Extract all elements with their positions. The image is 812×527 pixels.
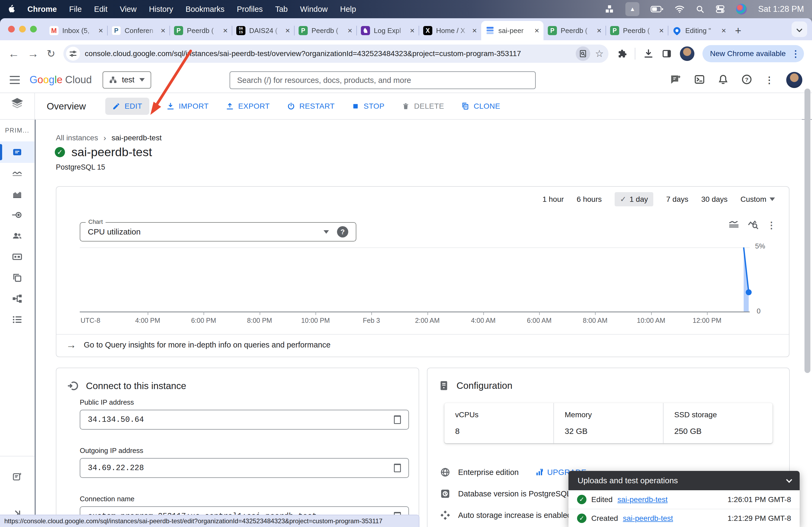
menu-chrome[interactable]: Chrome [27,5,57,14]
delete-button[interactable]: DELETE [402,102,444,110]
cloud-shell-icon[interactable] [694,74,705,86]
range-6-hours[interactable]: 6 hours [577,195,602,204]
scrollbar-thumb[interactable] [804,89,810,373]
stop-button[interactable]: STOP [352,102,385,110]
chart-metric-select[interactable]: Chart CPU utilization ? [80,222,356,241]
siri-icon[interactable] [736,4,747,15]
instance-link[interactable]: sai-peerdb-test [617,495,668,504]
notifications-bell-icon[interactable] [717,74,729,86]
menu-file[interactable]: File [69,5,82,14]
menu-edit[interactable]: Edit [94,5,107,14]
tab-close-icon[interactable]: × [161,26,165,35]
cloud-search-input[interactable]: Search (/) for resources, docs, products… [230,71,536,89]
help-icon[interactable]: ? [741,74,752,86]
back-button[interactable]: ← [8,47,19,60]
side-panel-icon[interactable] [662,48,672,59]
menu-tab[interactable]: Tab [275,5,288,14]
omnibox[interactable]: console.cloud.google.com/sql/instances/s… [63,45,609,63]
sidebar-item-release-notes[interactable] [0,466,34,487]
menu-history[interactable]: History [149,5,173,14]
battery-icon[interactable] [651,5,664,13]
menu-bar-clock[interactable]: Sat 1:28 PM [758,4,804,14]
google-cloud-logo[interactable]: Google Cloud [30,74,92,86]
breadcrumb-all-instances[interactable]: All instances [56,134,98,142]
public-ip-field[interactable]: 34.134.50.64 [80,410,409,430]
tab-close-icon[interactable]: × [98,26,103,35]
chevron-down-icon[interactable] [786,477,793,483]
account-avatar[interactable] [786,72,802,88]
close-window-button[interactable] [8,26,15,32]
browser-tab[interactable]: Inbox (5,× [45,21,107,40]
site-settings-icon[interactable] [66,47,80,61]
tab-close-icon[interactable]: × [534,26,539,35]
blocks-icon[interactable] [605,4,614,14]
browser-profile-avatar[interactable] [680,46,694,61]
project-picker[interactable]: test [103,71,151,89]
menu-help[interactable]: Help [340,5,356,14]
browser-tab[interactable]: Peerdb (× [294,21,357,40]
import-button[interactable]: IMPORT [166,102,209,110]
range-1-day[interactable]: ✓1 day [615,192,653,206]
browser-tab[interactable]: Peerdb (× [543,21,606,40]
sidebar-item-operations[interactable] [0,309,34,330]
menu-profiles[interactable]: Profiles [237,5,263,14]
browser-tab[interactable]: Conferen× [107,21,170,40]
control-center-icon[interactable] [715,4,725,14]
menu-bookmarks[interactable]: Bookmarks [186,5,224,14]
browser-tab[interactable]: Editing "× [668,21,730,40]
explore-metrics-icon[interactable] [748,219,759,231]
bookmark-star-icon[interactable]: ☆ [595,48,606,59]
browser-tab[interactable]: Log Expl× [357,21,419,40]
edit-button[interactable]: EDIT [105,98,149,115]
download-icon[interactable] [643,48,654,59]
browser-tab[interactable]: Home / X× [419,21,481,40]
navigation-menu-icon[interactable] [10,76,20,84]
sidebar-item-replicas[interactable] [0,288,34,310]
range-1-hour[interactable]: 1 hour [542,195,564,204]
tab-close-icon[interactable]: × [410,26,415,35]
sidebar-item-overview[interactable] [0,141,34,163]
wifi-icon[interactable] [675,5,684,13]
chart-type-icon[interactable] [728,219,740,231]
range-custom[interactable]: Custom [741,195,775,204]
browser-tab[interactable]: DAIS24 (× [232,21,294,40]
zoom-window-button[interactable] [30,26,37,32]
forward-button[interactable]: → [27,47,39,60]
minimize-window-button[interactable] [19,26,26,32]
tab-close-icon[interactable]: × [472,26,477,35]
browser-menu-icon[interactable]: ⋮ [791,48,800,59]
extensions-puzzle-icon[interactable] [617,48,627,59]
spotlight-icon[interactable] [696,5,704,13]
tab-close-icon[interactable]: × [721,26,726,35]
browser-tab[interactable]: sai-peer× [481,21,543,40]
clone-button[interactable]: CLONE [461,102,500,110]
range-7-days[interactable]: 7 days [666,195,688,204]
reload-button[interactable]: ↻ [47,48,55,60]
export-button[interactable]: EXPORT [226,102,270,110]
more-options-icon[interactable]: ⋮ [765,75,774,85]
sidebar-item-system-insights[interactable] [0,183,34,205]
sidebar-item-databases[interactable] [0,246,34,268]
tab-close-icon[interactable]: × [223,26,228,35]
update-chrome-button[interactable]: New Chrome available ⋮ [702,45,804,62]
tab-close-icon[interactable]: × [285,26,290,35]
menu-view[interactable]: View [120,5,136,14]
menu-window[interactable]: Window [300,5,328,14]
chart-help-icon[interactable]: ? [337,226,348,238]
url-text[interactable]: console.cloud.google.com/sql/instances/s… [85,49,571,58]
boxed-app-icon[interactable]: ▲ [625,2,639,16]
restart-button[interactable]: RESTART [287,102,335,110]
instance-link[interactable]: sai-peerdb-test [623,514,673,523]
tab-close-icon[interactable]: × [347,26,352,35]
sidebar-item-connections[interactable] [0,204,34,226]
copy-icon[interactable] [394,416,401,424]
range-30-days[interactable]: 30 days [701,195,727,204]
tab-close-icon[interactable]: × [597,26,601,35]
gemini-chat-icon[interactable] [670,74,682,86]
tab-search-button[interactable] [792,21,807,37]
copy-icon[interactable] [394,464,401,472]
find-in-page-icon[interactable] [576,46,590,61]
chart-more-options-icon[interactable]: ⋮ [767,220,776,230]
tab-close-icon[interactable]: × [659,26,664,35]
operations-panel-header[interactable]: Uploads and test operations [568,471,800,490]
